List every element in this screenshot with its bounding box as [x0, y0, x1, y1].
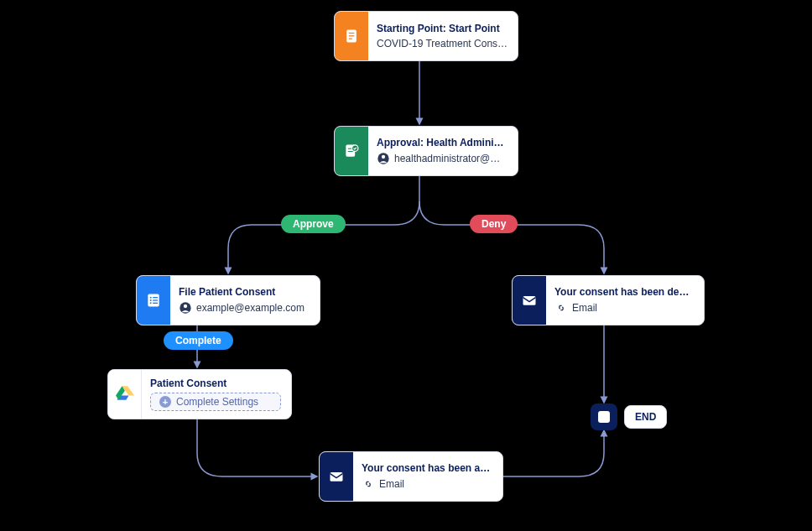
node-subtitle: COVID-19 Treatment Cons…	[377, 38, 508, 49]
svg-rect-19	[523, 296, 536, 305]
svg-rect-16	[153, 303, 158, 304]
node-file-consent[interactable]: File Patient Consent example@example.com	[136, 275, 320, 325]
svg-rect-7	[348, 151, 353, 152]
node-title: Patient Consent	[150, 377, 281, 389]
document-icon	[335, 12, 368, 60]
node-subtitle: example@example.com	[179, 301, 310, 315]
svg-point-9	[382, 155, 385, 159]
node-title: Approval: Health Administrat…	[377, 137, 508, 148]
node-title: Starting Point: Start Point	[377, 23, 508, 34]
email-icon	[513, 276, 546, 325]
svg-rect-14	[153, 299, 158, 300]
link-icon	[362, 477, 375, 491]
node-end[interactable]: END	[591, 403, 667, 430]
node-title: Your consent has been appro…	[362, 462, 492, 474]
person-icon	[179, 301, 192, 315]
branch-pill-approve: Approve	[281, 215, 346, 233]
node-title: File Patient Consent	[179, 286, 310, 298]
svg-point-15	[150, 302, 152, 304]
email-icon	[320, 452, 353, 501]
svg-rect-12	[153, 297, 158, 298]
plus-icon: +	[159, 396, 171, 408]
node-subtitle: Email	[554, 301, 694, 315]
node-denied[interactable]: Your consent has been denied. Email	[512, 275, 705, 325]
end-icon	[591, 403, 617, 430]
node-approval[interactable]: Approval: Health Administrat… healthadmi…	[334, 126, 518, 176]
form-icon	[137, 276, 170, 325]
svg-rect-3	[349, 39, 352, 39]
svg-rect-20	[331, 472, 343, 482]
complete-settings-button[interactable]: + Complete Settings	[150, 393, 281, 411]
node-title: Your consent has been denied.	[554, 286, 694, 298]
node-patient-consent[interactable]: Patient Consent + Complete Settings	[107, 369, 292, 419]
svg-point-18	[184, 305, 187, 308]
svg-rect-2	[349, 35, 355, 36]
branch-pill-complete: Complete	[164, 331, 233, 350]
svg-rect-6	[348, 148, 351, 149]
svg-point-13	[150, 299, 152, 301]
node-subtitle: healthadministrator@…	[377, 152, 508, 165]
person-icon	[377, 152, 390, 165]
link-icon	[554, 301, 568, 315]
approval-icon	[335, 127, 368, 175]
end-label: END	[624, 405, 667, 429]
node-start[interactable]: Starting Point: Start Point COVID-19 Tre…	[334, 11, 518, 61]
google-drive-icon	[108, 370, 142, 419]
branch-pill-deny: Deny	[470, 215, 518, 233]
node-approved[interactable]: Your consent has been appro… Email	[319, 451, 503, 502]
svg-rect-1	[349, 33, 355, 34]
node-subtitle: Email	[362, 477, 492, 491]
svg-point-11	[150, 297, 152, 299]
